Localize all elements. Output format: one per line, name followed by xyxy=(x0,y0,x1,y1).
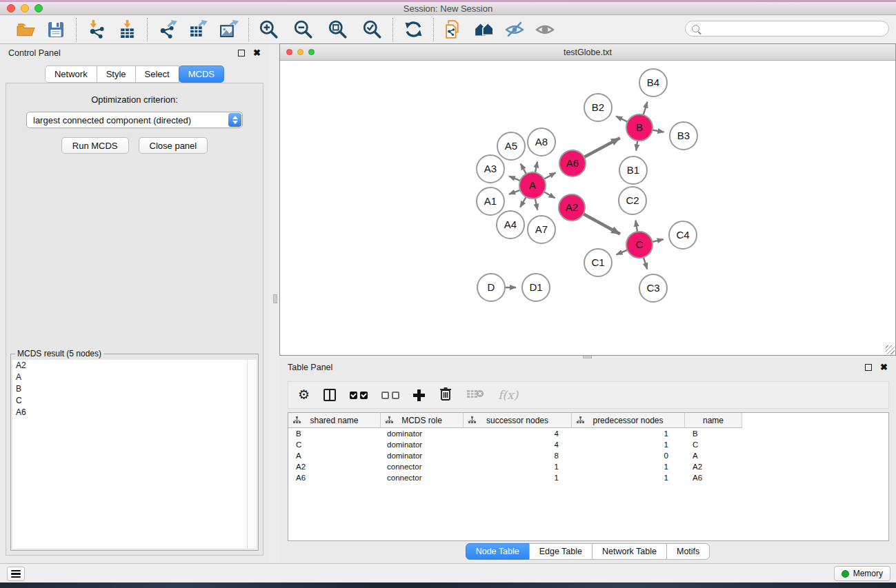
table-row[interactable]: A2connector11A2 xyxy=(288,461,888,472)
run-mcds-button[interactable]: Run MCDS xyxy=(61,137,129,154)
table-row[interactable]: Adominator80A xyxy=(288,450,888,461)
tab-network-table[interactable]: Network Table xyxy=(592,543,667,560)
graph-node[interactable]: A5 xyxy=(497,132,525,160)
delete-column-button[interactable] xyxy=(439,386,452,404)
close-panel-button[interactable]: Close panel xyxy=(139,137,208,154)
column-header-successor-nodes[interactable]: successor nodes xyxy=(464,413,572,428)
tab-node-table[interactable]: Node Table xyxy=(466,543,530,560)
graph-node[interactable]: A4 xyxy=(497,211,524,239)
graph-edge[interactable] xyxy=(653,130,664,132)
zoom-fit-button[interactable] xyxy=(326,18,350,41)
list-item[interactable]: A2 xyxy=(12,360,247,372)
open-session-button[interactable] xyxy=(14,18,37,41)
graph-node[interactable]: B4 xyxy=(639,69,667,97)
delete-table-button[interactable] xyxy=(466,386,484,404)
hide-graphics-button[interactable] xyxy=(503,18,526,41)
graph-edge[interactable] xyxy=(520,197,526,207)
graph-edge[interactable] xyxy=(653,239,664,242)
graph-edge[interactable] xyxy=(509,176,520,181)
window-resize-grip[interactable] xyxy=(886,345,895,354)
function-builder-button[interactable]: f(x) xyxy=(498,386,518,404)
float-table-panel-icon[interactable] xyxy=(865,364,872,371)
search-field[interactable] xyxy=(685,21,889,37)
graph-node[interactable]: B2 xyxy=(584,94,612,121)
graph-node[interactable]: A1 xyxy=(477,187,504,215)
table-row[interactable]: Bdominator41B xyxy=(288,428,888,439)
graph-node[interactable]: D1 xyxy=(522,274,550,301)
select-all-columns-button[interactable] xyxy=(350,386,368,404)
zoom-selected-button[interactable] xyxy=(361,18,384,41)
graph-node[interactable]: C2 xyxy=(619,187,646,214)
search-input[interactable] xyxy=(699,21,888,36)
table-settings-button[interactable]: ⚙ xyxy=(298,386,310,404)
result-list-scrollbar[interactable] xyxy=(247,360,257,549)
graph-node[interactable]: B3 xyxy=(670,122,697,150)
table-row[interactable]: Cdominator41C xyxy=(288,439,888,450)
graph-edge[interactable] xyxy=(535,161,537,172)
graph-edge[interactable] xyxy=(635,221,637,232)
column-header-name[interactable]: name xyxy=(685,413,742,428)
graph-node[interactable]: A7 xyxy=(528,216,555,243)
graph-node[interactable]: A6 xyxy=(559,150,586,176)
tab-mcds[interactable]: MCDS xyxy=(179,65,224,83)
graph-edge[interactable] xyxy=(584,214,620,234)
criterion-dropdown[interactable]: largest connected component (directed) xyxy=(26,112,243,128)
graph-edge[interactable] xyxy=(521,163,526,174)
float-panel-icon[interactable] xyxy=(238,50,245,57)
graph-edge[interactable] xyxy=(644,257,647,269)
tab-edge-table[interactable]: Edge Table xyxy=(529,543,593,560)
graph-edge[interactable] xyxy=(544,173,556,179)
zoom-in-button[interactable] xyxy=(257,18,281,41)
list-item[interactable]: C xyxy=(12,395,247,407)
graph-node[interactable]: C xyxy=(626,232,653,258)
column-header-mcds-role[interactable]: MCDS role xyxy=(381,413,464,428)
refresh-layout-button[interactable] xyxy=(401,18,425,41)
column-layout-button[interactable] xyxy=(323,386,336,404)
deselect-all-columns-button[interactable] xyxy=(381,386,399,404)
graph-node[interactable]: A8 xyxy=(528,128,555,156)
tab-style[interactable]: Style xyxy=(97,65,136,83)
network-window-titlebar[interactable]: testGlobe.txt xyxy=(280,44,895,61)
graph-edge[interactable] xyxy=(616,116,628,122)
show-eye-button[interactable] xyxy=(533,18,557,41)
close-table-panel-icon[interactable]: ✖ xyxy=(880,364,888,371)
export-network-button[interactable] xyxy=(156,18,179,41)
graph-edge[interactable] xyxy=(584,138,620,157)
duplicate-network-button[interactable] xyxy=(442,18,466,41)
home-button[interactable] xyxy=(472,18,496,41)
list-item[interactable]: B xyxy=(12,383,247,395)
import-network-button[interactable] xyxy=(85,18,108,41)
graph-edge[interactable] xyxy=(636,141,637,150)
graph-node[interactable]: B1 xyxy=(619,156,647,184)
graph-edge[interactable] xyxy=(644,102,648,115)
graph-node[interactable]: A xyxy=(519,172,546,199)
network-canvas[interactable]: AA1A2A3A4A5A6A7A8BB1B2B3B4CC1C2C3C4DD1 xyxy=(280,61,895,355)
tab-select[interactable]: Select xyxy=(135,65,179,83)
vertical-splitter-handle[interactable] xyxy=(273,294,277,303)
graph-edge[interactable] xyxy=(509,190,520,194)
import-table-button[interactable] xyxy=(115,18,139,41)
graph-node[interactable]: D xyxy=(477,274,505,301)
export-image-button[interactable] xyxy=(217,18,240,41)
task-history-button[interactable] xyxy=(7,567,25,581)
graph-edge[interactable] xyxy=(617,250,628,255)
graph-node[interactable]: C1 xyxy=(584,249,612,276)
tab-network[interactable]: Network xyxy=(45,65,97,83)
graph-edge[interactable] xyxy=(535,199,537,210)
list-item[interactable]: A xyxy=(12,372,247,383)
graph-node[interactable]: A3 xyxy=(477,155,504,183)
graph-node[interactable]: C4 xyxy=(669,221,697,249)
close-panel-icon[interactable]: ✖ xyxy=(253,50,261,57)
zoom-out-button[interactable] xyxy=(292,18,315,41)
table-row[interactable]: A6connector11A6 xyxy=(288,472,888,483)
list-item[interactable]: A6 xyxy=(12,407,247,418)
graph-node[interactable]: B xyxy=(626,114,653,141)
export-table-button[interactable] xyxy=(186,18,210,41)
graph-node[interactable]: C3 xyxy=(639,274,667,302)
add-column-button[interactable] xyxy=(413,386,425,404)
column-header-shared-name[interactable]: shared name xyxy=(288,413,381,428)
column-header-predecessor-nodes[interactable]: predecessor nodes xyxy=(572,413,685,428)
graph-edge[interactable] xyxy=(544,192,555,198)
tab-motifs[interactable]: Motifs xyxy=(666,543,710,560)
graph-node[interactable]: A2 xyxy=(559,194,585,221)
